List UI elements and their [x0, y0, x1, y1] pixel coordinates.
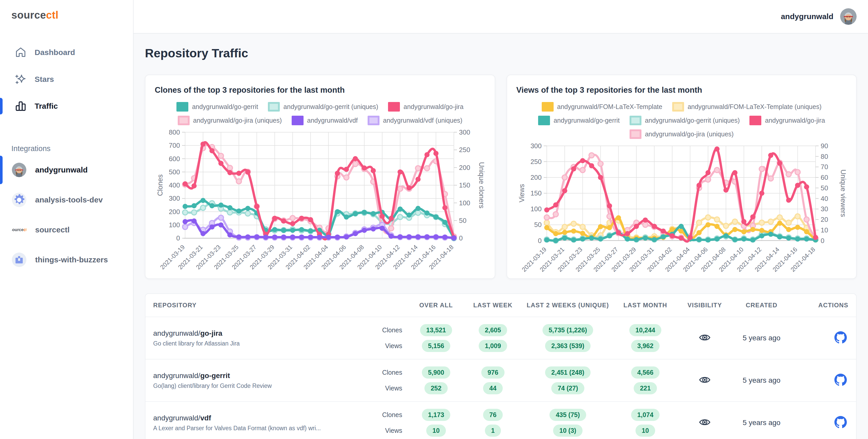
svg-text:60: 60 — [820, 174, 828, 181]
sourcectl-logo: sourcectl — [12, 223, 26, 237]
svg-text:50: 50 — [820, 184, 828, 192]
legend-item[interactable]: andygrunwald/FOM-LaTeX-Template (uniques… — [669, 102, 825, 112]
metric-badge: 76 — [483, 409, 503, 421]
repo-description: A Lexer and Parser for Valves Data Forma… — [153, 425, 375, 432]
integration-item-sourcectl[interactable]: sourcectlsourcectl — [0, 215, 133, 245]
legend-item[interactable]: andygrunwald/go-jira (uniques) — [175, 116, 285, 125]
repo-name[interactable]: andygrunwald/go-jira — [153, 329, 375, 338]
legend-item[interactable]: andygrunwald/vdf (uniques) — [365, 116, 466, 125]
repo-table: REPOSITORYOVER ALLLAST WEEKLAST 2 WEEKS … — [145, 293, 857, 439]
sidebar-item-dashboard[interactable]: Dashboard — [0, 39, 133, 66]
column-header: LAST 2 WEEKS (UNIQUE) — [523, 302, 613, 309]
github-icon[interactable] — [834, 416, 847, 429]
legend-label: andygrunwald/go-gerrit (uniques) — [283, 103, 378, 111]
sidebar-item-traffic[interactable]: Traffic — [0, 93, 133, 120]
line-chart: 0501001502002503000102030405060708090202… — [517, 142, 847, 276]
legend-item[interactable]: andygrunwald/FOM-LaTeX-Template — [538, 102, 665, 112]
column-header: ACTIONS — [791, 302, 848, 309]
page-title: Repository Traffic — [145, 46, 857, 60]
svg-text:800: 800 — [169, 129, 180, 136]
metric-badge: 3,962 — [631, 340, 660, 352]
metric-badge: 10,244 — [629, 324, 661, 336]
line-chart: 0100200300400500600700800050100150200250… — [155, 128, 486, 274]
eye-icon[interactable] — [699, 416, 711, 429]
metric-badge: 1,074 — [631, 409, 660, 421]
legend-swatch — [538, 116, 550, 125]
svg-text:10: 10 — [820, 226, 828, 234]
topbar: andygrunwald — [133, 0, 868, 34]
integration-item-things-with-buzzers[interactable]: things-with-buzzers — [0, 245, 133, 275]
integrations-list: andygrunwaldanalysis-tools-devsourcectls… — [0, 155, 133, 275]
chart-legend: andygrunwald/go-gerritandygrunwald/go-ge… — [155, 102, 486, 125]
legend-swatch — [292, 116, 304, 125]
github-icon[interactable] — [834, 374, 847, 386]
svg-text:600: 600 — [169, 155, 180, 162]
svg-text:50: 50 — [459, 217, 467, 224]
metric-badge: 10 — [426, 425, 446, 437]
legend-label: andygrunwald/FOM-LaTeX-Template — [557, 103, 662, 111]
table-row: andygrunwald/go-jiraGo client library fo… — [146, 317, 856, 359]
active-indicator — [0, 98, 3, 115]
legend-swatch — [749, 116, 761, 125]
repo-name[interactable]: andygrunwald/vdf — [153, 414, 375, 422]
table-body: andygrunwald/go-jiraGo client library fo… — [146, 317, 856, 439]
created-at: 5 years ago — [732, 418, 791, 427]
integration-item-andygrunwald[interactable]: andygrunwald — [0, 155, 133, 185]
sidebar-item-stars[interactable]: Stars — [0, 66, 133, 93]
legend-swatch — [672, 102, 684, 112]
metric-label: Clones — [375, 411, 409, 418]
user-menu[interactable]: andygrunwald — [781, 8, 857, 25]
chart-legend: andygrunwald/FOM-LaTeX-Templateandygrunw… — [517, 102, 847, 139]
brand-logo[interactable]: sourcectl — [0, 0, 133, 21]
svg-text:80: 80 — [820, 153, 828, 160]
integration-item-analysis-tools-dev[interactable]: analysis-tools-dev — [0, 185, 133, 215]
metric-badge: 221 — [634, 382, 657, 394]
chart-card-views: Views of the top 3 repositories for the … — [506, 75, 857, 279]
legend-item[interactable]: andygrunwald/go-gerrit — [535, 116, 623, 125]
legend-item[interactable]: andygrunwald/go-gerrit — [173, 102, 261, 112]
legend-item[interactable]: andygrunwald/go-gerrit (uniques) — [265, 102, 381, 112]
legend-item[interactable]: andygrunwald/go-jira (uniques) — [626, 129, 737, 139]
svg-text:100: 100 — [530, 205, 541, 213]
metric-badge: 1,173 — [422, 409, 451, 421]
legend-swatch — [368, 116, 379, 125]
eye-icon[interactable] — [699, 331, 711, 344]
table-row: andygrunwald/vdfA Lexer and Parser for V… — [146, 401, 856, 439]
metric-badge: 5,156 — [422, 340, 451, 352]
sidebar-item-label: Dashboard — [35, 48, 75, 57]
svg-text:0: 0 — [538, 237, 541, 244]
legend-label: andygrunwald/vdf (uniques) — [383, 117, 462, 124]
legend-label: andygrunwald/go-jira — [404, 103, 463, 111]
brand-primary: source — [11, 9, 46, 21]
created-at: 5 years ago — [732, 334, 791, 342]
legend-label: andygrunwald/FOM-LaTeX-Template (uniques… — [688, 103, 822, 111]
repo-name[interactable]: andygrunwald/go-gerrit — [153, 372, 375, 380]
legend-item[interactable]: andygrunwald/go-jira — [746, 116, 828, 125]
column-header: OVER ALL — [409, 302, 463, 309]
integration-label: things-with-buzzers — [35, 255, 108, 264]
metric-badge: 2,605 — [479, 324, 507, 336]
metric-label: Clones — [375, 326, 409, 334]
integration-label: analysis-tools-dev — [35, 195, 103, 204]
svg-text:0: 0 — [176, 234, 180, 242]
svg-text:150: 150 — [530, 190, 541, 197]
svg-text:90: 90 — [820, 142, 828, 150]
legend-item[interactable]: andygrunwald/go-jira — [385, 102, 467, 112]
column-header: CREATED — [732, 302, 791, 309]
eye-icon[interactable] — [699, 374, 711, 386]
column-header: VISIBILITY — [678, 302, 732, 309]
sidebar-item-label: Stars — [35, 75, 54, 84]
created-at: 5 years ago — [732, 376, 791, 384]
github-icon[interactable] — [834, 331, 847, 344]
sidebar-item-label: Traffic — [35, 102, 58, 111]
metric-badge: 252 — [425, 382, 448, 394]
svg-text:150: 150 — [459, 182, 470, 189]
metric-label: Views — [375, 342, 409, 350]
table-header: REPOSITORYOVER ALLLAST WEEKLAST 2 WEEKS … — [146, 294, 856, 317]
legend-swatch — [629, 116, 642, 125]
svg-text:250: 250 — [530, 158, 541, 165]
legend-swatch — [177, 102, 188, 112]
legend-item[interactable]: andygrunwald/vdf — [288, 116, 361, 125]
legend-item[interactable]: andygrunwald/go-gerrit (uniques) — [626, 116, 743, 125]
buzzers-logo — [12, 253, 26, 267]
